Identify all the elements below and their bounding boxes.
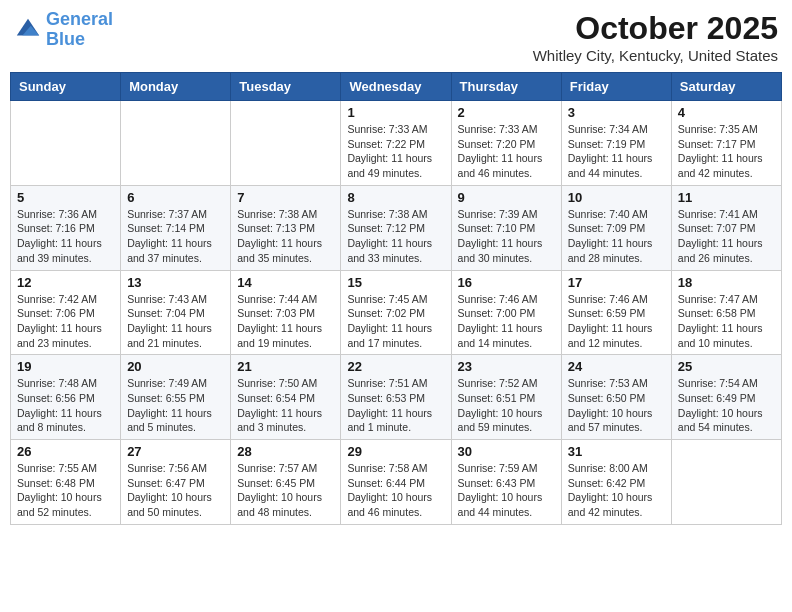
week-row-5: 26Sunrise: 7:55 AM Sunset: 6:48 PM Dayli… (11, 440, 782, 525)
day-number: 27 (127, 444, 224, 459)
day-number: 29 (347, 444, 444, 459)
day-info: Sunrise: 7:37 AM Sunset: 7:14 PM Dayligh… (127, 207, 224, 266)
day-number: 19 (17, 359, 114, 374)
day-info: Sunrise: 7:36 AM Sunset: 7:16 PM Dayligh… (17, 207, 114, 266)
day-number: 6 (127, 190, 224, 205)
calendar-cell: 11Sunrise: 7:41 AM Sunset: 7:07 PM Dayli… (671, 185, 781, 270)
day-number: 14 (237, 275, 334, 290)
calendar-cell: 28Sunrise: 7:57 AM Sunset: 6:45 PM Dayli… (231, 440, 341, 525)
calendar-cell: 12Sunrise: 7:42 AM Sunset: 7:06 PM Dayli… (11, 270, 121, 355)
day-info: Sunrise: 7:40 AM Sunset: 7:09 PM Dayligh… (568, 207, 665, 266)
day-number: 17 (568, 275, 665, 290)
weekday-saturday: Saturday (671, 73, 781, 101)
calendar-cell: 24Sunrise: 7:53 AM Sunset: 6:50 PM Dayli… (561, 355, 671, 440)
weekday-thursday: Thursday (451, 73, 561, 101)
calendar-cell: 29Sunrise: 7:58 AM Sunset: 6:44 PM Dayli… (341, 440, 451, 525)
calendar-cell: 17Sunrise: 7:46 AM Sunset: 6:59 PM Dayli… (561, 270, 671, 355)
day-info: Sunrise: 7:46 AM Sunset: 7:00 PM Dayligh… (458, 292, 555, 351)
calendar-cell: 30Sunrise: 7:59 AM Sunset: 6:43 PM Dayli… (451, 440, 561, 525)
week-row-4: 19Sunrise: 7:48 AM Sunset: 6:56 PM Dayli… (11, 355, 782, 440)
calendar-cell (231, 101, 341, 186)
calendar-cell: 14Sunrise: 7:44 AM Sunset: 7:03 PM Dayli… (231, 270, 341, 355)
calendar-cell: 5Sunrise: 7:36 AM Sunset: 7:16 PM Daylig… (11, 185, 121, 270)
page-header: General Blue October 2025 Whitley City, … (10, 10, 782, 64)
calendar-cell: 9Sunrise: 7:39 AM Sunset: 7:10 PM Daylig… (451, 185, 561, 270)
day-number: 4 (678, 105, 775, 120)
day-number: 18 (678, 275, 775, 290)
day-info: Sunrise: 7:41 AM Sunset: 7:07 PM Dayligh… (678, 207, 775, 266)
day-info: Sunrise: 7:35 AM Sunset: 7:17 PM Dayligh… (678, 122, 775, 181)
day-number: 21 (237, 359, 334, 374)
logo-text: General Blue (46, 10, 113, 50)
calendar-cell (121, 101, 231, 186)
day-info: Sunrise: 7:39 AM Sunset: 7:10 PM Dayligh… (458, 207, 555, 266)
week-row-2: 5Sunrise: 7:36 AM Sunset: 7:16 PM Daylig… (11, 185, 782, 270)
weekday-tuesday: Tuesday (231, 73, 341, 101)
day-info: Sunrise: 7:38 AM Sunset: 7:13 PM Dayligh… (237, 207, 334, 266)
calendar-cell: 23Sunrise: 7:52 AM Sunset: 6:51 PM Dayli… (451, 355, 561, 440)
day-info: Sunrise: 7:55 AM Sunset: 6:48 PM Dayligh… (17, 461, 114, 520)
day-info: Sunrise: 7:45 AM Sunset: 7:02 PM Dayligh… (347, 292, 444, 351)
day-info: Sunrise: 7:38 AM Sunset: 7:12 PM Dayligh… (347, 207, 444, 266)
day-info: Sunrise: 7:49 AM Sunset: 6:55 PM Dayligh… (127, 376, 224, 435)
day-info: Sunrise: 7:46 AM Sunset: 6:59 PM Dayligh… (568, 292, 665, 351)
calendar-cell: 16Sunrise: 7:46 AM Sunset: 7:00 PM Dayli… (451, 270, 561, 355)
calendar-cell: 1Sunrise: 7:33 AM Sunset: 7:22 PM Daylig… (341, 101, 451, 186)
weekday-friday: Friday (561, 73, 671, 101)
day-info: Sunrise: 7:54 AM Sunset: 6:49 PM Dayligh… (678, 376, 775, 435)
calendar-cell: 7Sunrise: 7:38 AM Sunset: 7:13 PM Daylig… (231, 185, 341, 270)
weekday-monday: Monday (121, 73, 231, 101)
day-number: 12 (17, 275, 114, 290)
day-info: Sunrise: 7:42 AM Sunset: 7:06 PM Dayligh… (17, 292, 114, 351)
day-number: 2 (458, 105, 555, 120)
weekday-sunday: Sunday (11, 73, 121, 101)
day-info: Sunrise: 7:43 AM Sunset: 7:04 PM Dayligh… (127, 292, 224, 351)
calendar-cell: 20Sunrise: 7:49 AM Sunset: 6:55 PM Dayli… (121, 355, 231, 440)
calendar-cell: 13Sunrise: 7:43 AM Sunset: 7:04 PM Dayli… (121, 270, 231, 355)
day-number: 26 (17, 444, 114, 459)
day-info: Sunrise: 7:47 AM Sunset: 6:58 PM Dayligh… (678, 292, 775, 351)
day-number: 22 (347, 359, 444, 374)
day-number: 24 (568, 359, 665, 374)
calendar-cell: 3Sunrise: 7:34 AM Sunset: 7:19 PM Daylig… (561, 101, 671, 186)
day-info: Sunrise: 7:58 AM Sunset: 6:44 PM Dayligh… (347, 461, 444, 520)
calendar-cell: 19Sunrise: 7:48 AM Sunset: 6:56 PM Dayli… (11, 355, 121, 440)
day-number: 1 (347, 105, 444, 120)
week-row-1: 1Sunrise: 7:33 AM Sunset: 7:22 PM Daylig… (11, 101, 782, 186)
calendar-cell: 15Sunrise: 7:45 AM Sunset: 7:02 PM Dayli… (341, 270, 451, 355)
calendar-cell: 22Sunrise: 7:51 AM Sunset: 6:53 PM Dayli… (341, 355, 451, 440)
calendar-cell: 8Sunrise: 7:38 AM Sunset: 7:12 PM Daylig… (341, 185, 451, 270)
day-number: 25 (678, 359, 775, 374)
day-number: 28 (237, 444, 334, 459)
day-number: 11 (678, 190, 775, 205)
day-info: Sunrise: 7:44 AM Sunset: 7:03 PM Dayligh… (237, 292, 334, 351)
month-title: October 2025 (533, 10, 778, 47)
calendar-cell (11, 101, 121, 186)
logo: General Blue (14, 10, 113, 50)
logo-icon (14, 16, 42, 44)
calendar-cell (671, 440, 781, 525)
day-number: 9 (458, 190, 555, 205)
day-info: Sunrise: 8:00 AM Sunset: 6:42 PM Dayligh… (568, 461, 665, 520)
calendar-cell: 27Sunrise: 7:56 AM Sunset: 6:47 PM Dayli… (121, 440, 231, 525)
day-number: 5 (17, 190, 114, 205)
day-number: 30 (458, 444, 555, 459)
calendar-cell: 2Sunrise: 7:33 AM Sunset: 7:20 PM Daylig… (451, 101, 561, 186)
day-number: 8 (347, 190, 444, 205)
day-info: Sunrise: 7:33 AM Sunset: 7:22 PM Dayligh… (347, 122, 444, 181)
day-number: 13 (127, 275, 224, 290)
title-block: October 2025 Whitley City, Kentucky, Uni… (533, 10, 778, 64)
week-row-3: 12Sunrise: 7:42 AM Sunset: 7:06 PM Dayli… (11, 270, 782, 355)
calendar-body: 1Sunrise: 7:33 AM Sunset: 7:22 PM Daylig… (11, 101, 782, 525)
calendar-cell: 4Sunrise: 7:35 AM Sunset: 7:17 PM Daylig… (671, 101, 781, 186)
calendar-cell: 31Sunrise: 8:00 AM Sunset: 6:42 PM Dayli… (561, 440, 671, 525)
calendar-table: SundayMondayTuesdayWednesdayThursdayFrid… (10, 72, 782, 525)
day-number: 31 (568, 444, 665, 459)
day-info: Sunrise: 7:53 AM Sunset: 6:50 PM Dayligh… (568, 376, 665, 435)
day-info: Sunrise: 7:59 AM Sunset: 6:43 PM Dayligh… (458, 461, 555, 520)
weekday-header-row: SundayMondayTuesdayWednesdayThursdayFrid… (11, 73, 782, 101)
calendar-cell: 26Sunrise: 7:55 AM Sunset: 6:48 PM Dayli… (11, 440, 121, 525)
calendar-cell: 10Sunrise: 7:40 AM Sunset: 7:09 PM Dayli… (561, 185, 671, 270)
calendar-cell: 21Sunrise: 7:50 AM Sunset: 6:54 PM Dayli… (231, 355, 341, 440)
day-number: 7 (237, 190, 334, 205)
